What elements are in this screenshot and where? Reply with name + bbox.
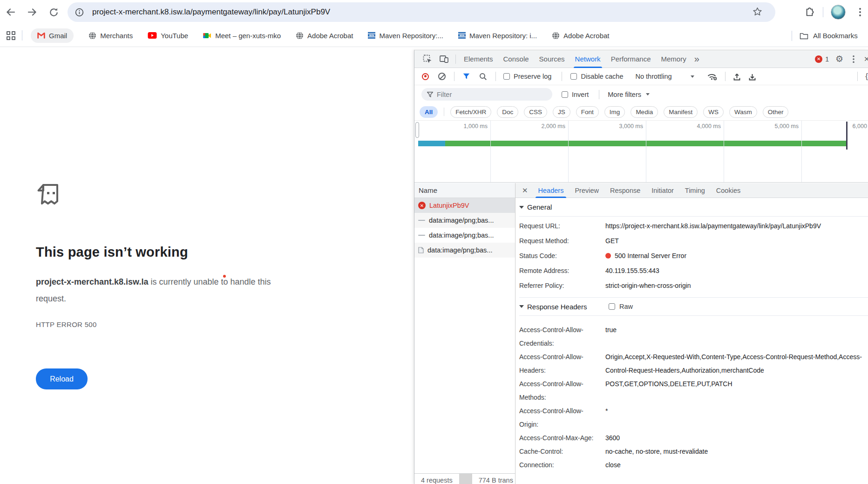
bookmark-item-maven-repository-2[interactable]: MVNMaven Repository: i...: [458, 32, 537, 40]
reload-button[interactable]: [47, 6, 60, 18]
more-filters-button[interactable]: More filters: [608, 91, 650, 98]
header-value[interactable]: *: [605, 404, 868, 431]
tab-performance[interactable]: Performance: [606, 50, 656, 68]
type-filter-fetch-xhr[interactable]: Fetch/XHR: [450, 106, 491, 118]
type-filter-doc[interactable]: Doc: [497, 106, 518, 118]
device-toolbar-icon[interactable]: [440, 55, 449, 63]
back-button[interactable]: [5, 6, 17, 18]
header-row: Cache-Control:no-cache, no-store, must-r…: [519, 445, 868, 458]
site-info-icon[interactable]: [75, 8, 84, 17]
type-filter-ws[interactable]: WS: [703, 106, 724, 118]
extensions-icon[interactable]: [805, 7, 814, 17]
invert-checkbox[interactable]: Invert: [562, 91, 589, 98]
devtools-close-icon[interactable]: ✕: [864, 55, 868, 63]
close-detail-icon[interactable]: ✕: [515, 186, 533, 195]
back-arrow-icon: [5, 7, 16, 18]
raw-label: Raw: [619, 303, 633, 310]
header-value[interactable]: GET: [605, 234, 868, 248]
detail-tab-preview[interactable]: Preview: [569, 183, 604, 198]
type-filter-css[interactable]: CSS: [524, 106, 547, 118]
network-conditions-icon[interactable]: [706, 72, 719, 81]
request-row[interactable]: data:image/png;bas...: [414, 228, 515, 243]
timeline-tick-label: 3,000 ms: [619, 123, 643, 130]
checkbox-icon: [503, 73, 510, 80]
tab-sources[interactable]: Sources: [534, 50, 570, 68]
clear-network-log-icon[interactable]: [438, 73, 446, 80]
type-filter-img[interactable]: Img: [604, 106, 625, 118]
type-filter-js[interactable]: JS: [553, 106, 570, 118]
search-icon[interactable]: [479, 73, 487, 81]
name-column-header[interactable]: Name: [414, 183, 515, 198]
image-data-icon: [418, 235, 425, 236]
filter-funnel-icon[interactable]: [463, 73, 470, 80]
detail-tab-headers[interactable]: Headers: [533, 183, 570, 198]
header-value[interactable]: Origin,Accept,X-Requested-With,Content-T…: [605, 350, 868, 377]
devtools-settings-icon[interactable]: ⚙: [835, 54, 843, 64]
more-panels-icon[interactable]: »: [694, 54, 699, 64]
all-bookmarks-label[interactable]: All Bookmarks: [813, 32, 858, 40]
devtools-menu-icon[interactable]: [850, 55, 857, 64]
address-bar[interactable]: project-x-merchant.k8.isw.la/paymentgate…: [68, 2, 775, 22]
bookmark-item-adobe-acrobat-2[interactable]: Adobe Acrobat: [552, 32, 609, 40]
bookmark-item-maven-repository-1[interactable]: MVNMaven Repository:...: [368, 32, 443, 40]
header-row: Connection:close: [519, 458, 868, 472]
chrome-menu-icon[interactable]: [856, 7, 864, 17]
raw-checkbox[interactable]: Raw: [609, 303, 633, 310]
inspect-element-icon[interactable]: [423, 55, 432, 64]
request-row[interactable]: data:image/png;bas...: [414, 243, 515, 258]
network-overview-timeline[interactable]: 1,000 ms2,000 ms3,000 ms4,000 ms5,000 ms…: [414, 120, 868, 183]
header-row: Remote Address:40.119.155.55:443: [519, 264, 868, 278]
record-network-log-icon[interactable]: [422, 73, 429, 80]
console-error-badge[interactable]: ✕ 1: [815, 55, 829, 63]
type-filter-other[interactable]: Other: [763, 106, 789, 118]
tab-console[interactable]: Console: [498, 50, 534, 68]
toolbar-divider: [562, 72, 562, 81]
bookmark-item-youtube[interactable]: YouTube: [148, 32, 188, 40]
header-value[interactable]: strict-origin-when-cross-origin: [605, 279, 868, 293]
preserve-log-checkbox[interactable]: Preserve log: [503, 73, 551, 80]
detail-tab-cookies[interactable]: Cookies: [711, 183, 746, 198]
throttling-select[interactable]: No throttling: [635, 73, 694, 80]
profile-avatar[interactable]: [831, 5, 846, 20]
import-har-icon[interactable]: [733, 73, 741, 81]
bookmark-item-meet[interactable]: Meet – gen-xuts-mko: [203, 32, 281, 40]
general-section-header[interactable]: General: [519, 198, 868, 217]
type-filter-manifest[interactable]: Manifest: [664, 106, 698, 118]
header-value[interactable]: no-cache, no-store, must-revalidate: [605, 445, 868, 458]
response-headers-header[interactable]: Response Headers Raw: [519, 298, 868, 316]
disable-cache-checkbox[interactable]: Disable cache: [570, 73, 623, 80]
request-row[interactable]: data:image/png;bas...: [414, 213, 515, 228]
header-value[interactable]: POST,GET,OPTIONS,DELETE,PUT,PATCH: [605, 377, 868, 404]
filter-divider: [599, 90, 599, 99]
tab-elements[interactable]: Elements: [459, 50, 498, 68]
bookmark-star-icon[interactable]: [753, 7, 762, 17]
header-value[interactable]: true: [605, 323, 868, 350]
detail-tab-timing[interactable]: Timing: [679, 183, 711, 198]
side-panel-apps-icon[interactable]: [7, 31, 15, 40]
header-value[interactable]: 3600: [605, 431, 868, 445]
detail-tab-initiator[interactable]: Initiator: [646, 183, 679, 198]
type-filter-font[interactable]: Font: [576, 106, 599, 118]
type-filter-media[interactable]: Media: [631, 106, 658, 118]
type-filter-all[interactable]: All: [420, 106, 438, 118]
overview-grip[interactable]: [415, 122, 419, 138]
header-value[interactable]: https://project-x-merchant.k8.isw.la/pay…: [605, 219, 868, 233]
header-value[interactable]: close: [605, 458, 868, 472]
meet-icon: [203, 32, 211, 39]
maven-icon: MVN: [458, 32, 466, 39]
type-filter-wasm[interactable]: Wasm: [729, 106, 757, 118]
reload-page-button[interactable]: Reload: [36, 368, 88, 389]
forward-button[interactable]: [26, 6, 38, 18]
bookmark-item-adobe-acrobat-1[interactable]: Adobe Acrobat: [296, 32, 353, 40]
export-har-icon[interactable]: [748, 73, 756, 81]
tab-network[interactable]: Network: [570, 50, 606, 68]
header-value[interactable]: 500 Internal Server Error: [605, 249, 868, 263]
tab-memory[interactable]: Memory: [656, 50, 692, 68]
bookmark-item-gmail[interactable]: Gmail: [31, 28, 74, 43]
header-key: Access-Control-Allow-Methods:: [519, 377, 605, 404]
request-row[interactable]: ✕LatunjixPb9V: [414, 198, 515, 213]
bookmark-item-merchants[interactable]: Merchants: [88, 32, 133, 40]
filter-input[interactable]: Filter: [421, 88, 552, 101]
header-value[interactable]: 40.119.155.55:443: [605, 264, 868, 278]
detail-tab-response[interactable]: Response: [604, 183, 646, 198]
